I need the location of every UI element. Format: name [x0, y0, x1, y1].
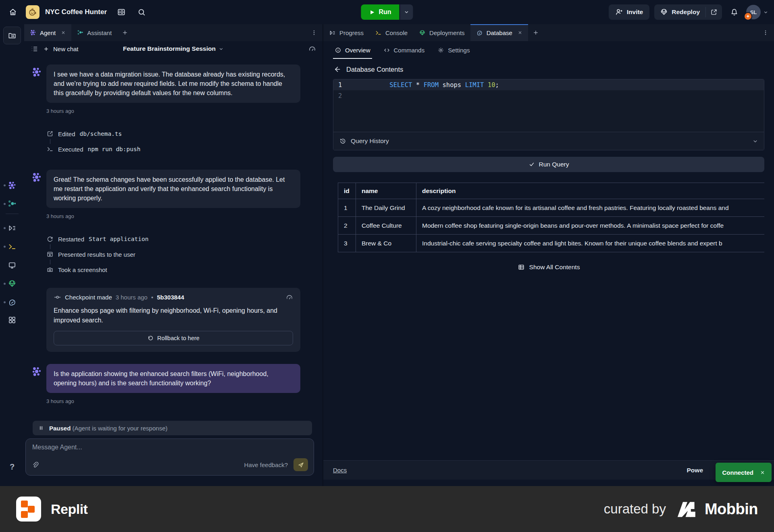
chevron-down-icon: [763, 10, 768, 15]
help-button[interactable]: ?: [0, 462, 24, 472]
action-took-screenshot[interactable]: Took a screenshot: [46, 264, 300, 275]
chevron-down-icon: [218, 46, 224, 52]
run-button[interactable]: Run: [361, 4, 399, 20]
tab-progress[interactable]: Progress: [323, 24, 369, 41]
close-icon[interactable]: [518, 30, 522, 35]
rail-item-all-tools[interactable]: [0, 313, 24, 327]
avatar: SL ✦: [746, 5, 761, 19]
database-content: Database Contents 1 SELECT*FROMshopsLIMI…: [323, 59, 774, 486]
feedback-link[interactable]: Have feedback?: [244, 461, 288, 468]
sql-editor[interactable]: 1 SELECT*FROMshopsLIMIT10; 2 Query Histo…: [333, 79, 764, 150]
query-history-toggle[interactable]: Query History: [333, 132, 764, 150]
subtab-label: Settings: [448, 47, 470, 54]
redeploy-button[interactable]: Redeploy: [654, 4, 705, 20]
agent-avatar: [31, 172, 42, 183]
tab-label: Agent: [40, 29, 56, 36]
action-label: Took a screenshot: [58, 266, 107, 273]
open-deployment-button[interactable]: [706, 4, 722, 20]
tab-assistant[interactable]: Assistant: [71, 24, 117, 41]
tools-tab-strip: Progress Console Deployments Database: [323, 24, 774, 41]
search-button[interactable]: [134, 5, 149, 19]
run-options-button[interactable]: [400, 4, 413, 20]
action-code: db/schema.ts: [80, 131, 122, 137]
tab-deployments[interactable]: Deployments: [413, 24, 470, 41]
workspace-layout-button[interactable]: [114, 5, 129, 19]
account-menu[interactable]: SL ✦: [746, 5, 768, 19]
action-presented-results[interactable]: Presented results to the user: [46, 249, 300, 260]
session-title-dropdown[interactable]: Feature Brainstorming Session: [123, 45, 224, 52]
action-executed-command[interactable]: Executed npm run db:push: [46, 144, 300, 154]
chat-list-icon[interactable]: [31, 45, 38, 53]
deploy-icon: [660, 8, 668, 16]
message-input[interactable]: [31, 443, 308, 458]
new-chat-button[interactable]: New chat: [43, 46, 79, 52]
refresh-icon: [46, 235, 54, 243]
subtab-commands[interactable]: Commands: [379, 41, 430, 59]
terminal-icon: [8, 242, 17, 251]
notifications-button[interactable]: [727, 5, 741, 19]
message-bubble: Is the application showing the enhanced …: [46, 364, 300, 393]
table-row[interactable]: 1 The Daily Grind A cozy neighborhood ca…: [338, 199, 765, 217]
new-tab-button[interactable]: [117, 24, 133, 41]
tab-console[interactable]: Console: [369, 24, 413, 41]
tab-agent[interactable]: Agent: [24, 24, 71, 41]
cell-name: Coffee Culture: [356, 217, 416, 235]
message-bubble: Great! The schema changes have been succ…: [46, 170, 300, 208]
sql-line-1[interactable]: 1 SELECT*FROMshopsLIMIT10;: [333, 79, 764, 90]
tab-database[interactable]: Database: [470, 24, 528, 41]
agent-icon: [8, 181, 17, 190]
rail-item-progress[interactable]: [0, 221, 24, 235]
back-arrow-icon[interactable]: [333, 65, 341, 73]
open-file-tree-button[interactable]: [3, 27, 21, 44]
rail-item-deployments[interactable]: [0, 276, 24, 291]
code-icon: [383, 47, 390, 54]
rail-item-assistant[interactable]: [0, 197, 24, 211]
status-dot: [4, 203, 6, 205]
agent-message: Great! The schema changes have been succ…: [46, 170, 300, 219]
action-restarted[interactable]: Restarted Start application: [46, 234, 300, 244]
postgresql-icon: [476, 29, 483, 36]
action-edited-file[interactable]: Edited db/schema.ts: [46, 129, 300, 139]
close-icon[interactable]: [760, 470, 765, 475]
tools-panel-menu-button[interactable]: [757, 24, 774, 41]
table-header-row: id name description: [338, 183, 765, 199]
rail-item-agent[interactable]: [0, 178, 24, 193]
send-button[interactable]: [293, 458, 308, 471]
rollback-button[interactable]: Rollback to here: [54, 331, 293, 345]
replit-logo: [16, 497, 41, 522]
invite-label: Invite: [627, 8, 643, 16]
table-row[interactable]: 3 Brew & Co Industrial-chic cafe serving…: [338, 235, 765, 252]
rail-item-webview[interactable]: [0, 258, 24, 272]
docs-link[interactable]: Docs: [333, 467, 347, 474]
usage-gauge-icon[interactable]: [308, 45, 316, 53]
results-table: id name description 1 The Daily Grind A …: [338, 183, 764, 252]
action-label: Edited: [58, 131, 75, 137]
rail-item-console[interactable]: [0, 239, 24, 254]
subtab-overview[interactable]: Overview: [330, 41, 375, 59]
checkpoint-description: Enhance shops page with filtering by nei…: [54, 306, 293, 325]
editor-empty-area[interactable]: [333, 101, 764, 132]
usage-gauge-icon[interactable]: [286, 294, 293, 301]
run-query-button[interactable]: Run Query: [333, 157, 764, 172]
monitor-icon: [8, 261, 17, 270]
rail-item-database[interactable]: [0, 295, 24, 310]
toast-label: Connected: [722, 469, 753, 476]
chevron-down-icon: [404, 9, 410, 15]
table-row[interactable]: 2 Coffee Culture Modern coffee shop feat…: [338, 217, 765, 235]
chat-panel: Agent Assistant New chat: [24, 24, 322, 486]
status-dot: [4, 246, 6, 248]
terminal-icon: [375, 29, 382, 36]
avatar-badge-icon: ✦: [744, 12, 752, 21]
home-button[interactable]: [6, 5, 20, 19]
subtab-settings[interactable]: Settings: [433, 41, 474, 59]
history-icon: [339, 137, 346, 145]
show-all-contents-button[interactable]: Show All Contents: [518, 264, 580, 271]
chat-panel-menu-button[interactable]: [306, 24, 322, 41]
attach-file-button[interactable]: [31, 461, 39, 469]
chevron-down-icon: [752, 138, 758, 144]
layout-icon: [117, 8, 126, 17]
invite-button[interactable]: Invite: [609, 4, 649, 20]
new-tab-button[interactable]: [528, 24, 543, 41]
app-icon[interactable]: [26, 5, 40, 19]
close-icon[interactable]: [61, 30, 66, 35]
